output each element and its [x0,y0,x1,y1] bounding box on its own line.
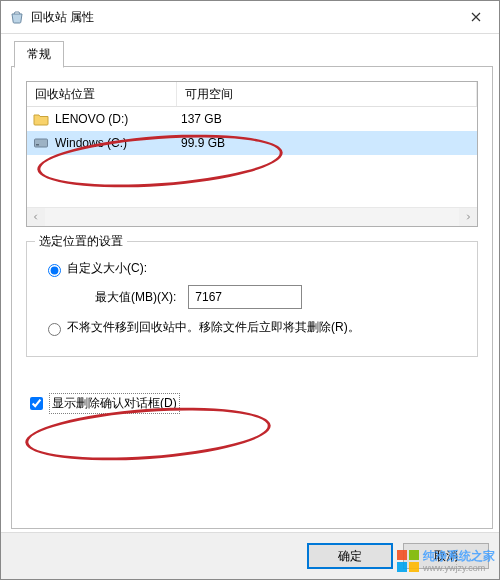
settings-group: 选定位置的设置 自定义大小(C): 最大值(MB)(X): 不将文件移到回收站中… [26,241,478,357]
scroll-left-button[interactable] [27,208,45,226]
list-header: 回收站位置 可用空间 [27,82,477,107]
drive-size: 99.9 GB [177,136,477,150]
scroll-right-button[interactable] [459,208,477,226]
drive-name: LENOVO (D:) [55,112,128,126]
properties-window: 回收站 属性 常规 回收站位置 可用空间 LENOVO (D:)137 GBWi… [0,0,500,580]
watermark: 纯净系统之家 www.ywjzy.com [397,548,495,573]
drive-size: 137 GB [177,112,477,126]
close-button[interactable] [453,1,499,33]
window-title: 回收站 属性 [31,9,453,26]
watermark-url: www.ywjzy.com [423,563,495,573]
folder-icon [33,111,49,127]
recycle-bin-icon [9,9,25,25]
max-size-row: 最大值(MB)(X): [95,285,465,309]
radio-custom-size-input[interactable] [48,264,61,277]
drive-name: Windows (C:) [55,136,127,150]
tab-general[interactable]: 常规 [14,41,64,68]
radio-custom-size[interactable]: 自定义大小(C): [43,260,465,277]
svg-rect-0 [35,139,48,147]
title-bar: 回收站 属性 [1,1,499,34]
horizontal-scrollbar[interactable] [27,207,477,226]
svg-rect-1 [36,144,39,146]
table-row[interactable]: LENOVO (D:)137 GB [27,107,477,131]
list-rows: LENOVO (D:)137 GBWindows (C:)99.9 GB [27,107,477,207]
max-size-input[interactable] [188,285,302,309]
confirm-delete-checkbox-label: 显示删除确认对话框(D) [49,393,180,414]
col-location[interactable]: 回收站位置 [27,82,177,106]
radio-custom-size-label: 自定义大小(C): [67,260,147,277]
tab-panel-general: 回收站位置 可用空间 LENOVO (D:)137 GBWindows (C:)… [11,66,493,529]
windows-logo-icon [397,550,419,572]
radio-delete-immediately[interactable]: 不将文件移到回收站中。移除文件后立即将其删除(R)。 [43,319,465,336]
tab-strip: 常规 [11,41,493,67]
radio-delete-immediately-label: 不将文件移到回收站中。移除文件后立即将其删除(R)。 [67,319,360,336]
disk-icon [33,135,49,151]
client-area: 常规 回收站位置 可用空间 LENOVO (D:)137 GBWindows (… [11,41,493,529]
group-legend: 选定位置的设置 [35,233,127,250]
confirm-delete-checkbox-input[interactable] [30,397,43,410]
scroll-track[interactable] [45,208,459,226]
table-row[interactable]: Windows (C:)99.9 GB [27,131,477,155]
ok-button[interactable]: 确定 [307,543,393,569]
confirm-delete-checkbox[interactable]: 显示删除确认对话框(D) [26,393,478,414]
col-available[interactable]: 可用空间 [177,82,477,106]
max-size-label: 最大值(MB)(X): [95,289,176,306]
radio-delete-immediately-input[interactable] [48,323,61,336]
location-list[interactable]: 回收站位置 可用空间 LENOVO (D:)137 GBWindows (C:)… [26,81,478,227]
